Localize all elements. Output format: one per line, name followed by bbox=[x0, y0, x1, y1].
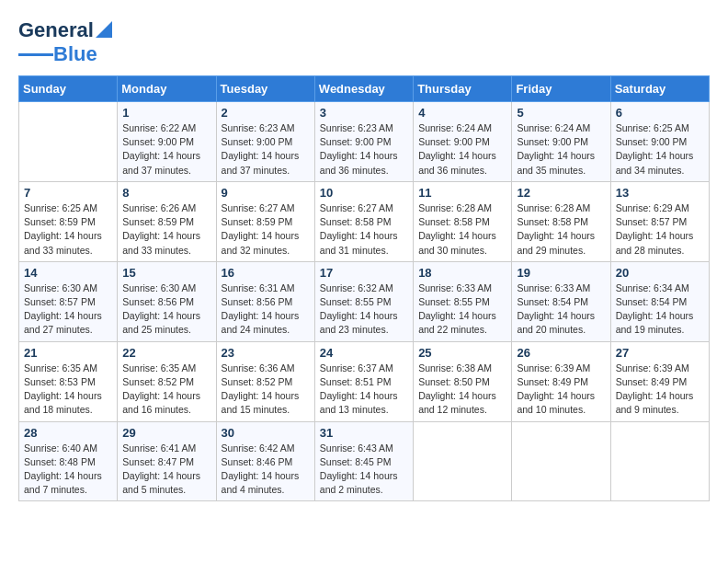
day-info: Sunrise: 6:25 AM Sunset: 8:59 PM Dayligh… bbox=[24, 201, 112, 258]
day-number: 10 bbox=[320, 186, 408, 200]
calendar-week-1: 1Sunrise: 6:22 AM Sunset: 9:00 PM Daylig… bbox=[19, 102, 710, 182]
day-info: Sunrise: 6:37 AM Sunset: 8:51 PM Dayligh… bbox=[320, 362, 408, 418]
day-info: Sunrise: 6:25 AM Sunset: 9:00 PM Dayligh… bbox=[616, 121, 704, 178]
day-info: Sunrise: 6:35 AM Sunset: 8:52 PM Dayligh… bbox=[122, 362, 210, 418]
day-number: 20 bbox=[616, 266, 704, 280]
day-number: 28 bbox=[24, 426, 112, 440]
day-number: 22 bbox=[122, 346, 210, 360]
day-info: Sunrise: 6:28 AM Sunset: 8:58 PM Dayligh… bbox=[517, 201, 605, 258]
logo-blue: Blue bbox=[53, 42, 97, 66]
day-info: Sunrise: 6:40 AM Sunset: 8:48 PM Dayligh… bbox=[24, 442, 112, 498]
calendar-cell: 12Sunrise: 6:28 AM Sunset: 8:58 PM Dayli… bbox=[512, 181, 610, 261]
day-number: 3 bbox=[320, 106, 408, 120]
day-number: 7 bbox=[24, 186, 112, 200]
calendar-cell: 3Sunrise: 6:23 AM Sunset: 9:00 PM Daylig… bbox=[314, 102, 413, 182]
svg-marker-0 bbox=[96, 21, 112, 38]
day-number: 14 bbox=[24, 266, 112, 280]
calendar-cell: 22Sunrise: 6:35 AM Sunset: 8:52 PM Dayli… bbox=[118, 341, 216, 421]
calendar-week-4: 21Sunrise: 6:35 AM Sunset: 8:53 PM Dayli… bbox=[19, 341, 710, 421]
day-number: 5 bbox=[517, 106, 605, 120]
weekday-wednesday: Wednesday bbox=[314, 76, 413, 102]
weekday-saturday: Saturday bbox=[610, 76, 709, 102]
day-number: 9 bbox=[222, 186, 310, 200]
day-number: 6 bbox=[616, 106, 704, 120]
calendar-cell bbox=[19, 102, 118, 182]
calendar-cell: 16Sunrise: 6:31 AM Sunset: 8:56 PM Dayli… bbox=[216, 261, 314, 341]
calendar-cell bbox=[414, 421, 512, 501]
day-number: 8 bbox=[122, 186, 210, 200]
calendar-cell: 21Sunrise: 6:35 AM Sunset: 8:53 PM Dayli… bbox=[19, 341, 118, 421]
day-number: 17 bbox=[320, 266, 408, 280]
calendar-cell: 24Sunrise: 6:37 AM Sunset: 8:51 PM Dayli… bbox=[314, 341, 413, 421]
calendar-week-3: 14Sunrise: 6:30 AM Sunset: 8:57 PM Dayli… bbox=[19, 261, 710, 341]
calendar-cell: 30Sunrise: 6:42 AM Sunset: 8:46 PM Dayli… bbox=[216, 421, 314, 501]
day-info: Sunrise: 6:39 AM Sunset: 8:49 PM Dayligh… bbox=[616, 362, 704, 418]
day-info: Sunrise: 6:36 AM Sunset: 8:52 PM Dayligh… bbox=[222, 362, 310, 418]
day-info: Sunrise: 6:41 AM Sunset: 8:47 PM Dayligh… bbox=[122, 442, 210, 498]
day-info: Sunrise: 6:30 AM Sunset: 8:57 PM Dayligh… bbox=[24, 282, 112, 338]
day-info: Sunrise: 6:22 AM Sunset: 9:00 PM Dayligh… bbox=[122, 121, 210, 178]
day-info: Sunrise: 6:23 AM Sunset: 9:00 PM Dayligh… bbox=[320, 121, 408, 178]
day-number: 12 bbox=[517, 186, 605, 200]
calendar-cell: 29Sunrise: 6:41 AM Sunset: 8:47 PM Dayli… bbox=[118, 421, 216, 501]
calendar-header: SundayMondayTuesdayWednesdayThursdayFrid… bbox=[19, 76, 710, 102]
day-info: Sunrise: 6:29 AM Sunset: 8:57 PM Dayligh… bbox=[616, 201, 704, 258]
day-info: Sunrise: 6:34 AM Sunset: 8:54 PM Dayligh… bbox=[616, 282, 704, 338]
day-number: 24 bbox=[320, 346, 408, 360]
calendar-cell: 27Sunrise: 6:39 AM Sunset: 8:49 PM Dayli… bbox=[610, 341, 709, 421]
logo: General Blue bbox=[18, 18, 112, 66]
day-number: 18 bbox=[418, 266, 506, 280]
weekday-sunday: Sunday bbox=[19, 76, 118, 102]
day-info: Sunrise: 6:35 AM Sunset: 8:53 PM Dayligh… bbox=[24, 362, 112, 418]
day-info: Sunrise: 6:42 AM Sunset: 8:46 PM Dayligh… bbox=[222, 442, 310, 498]
calendar-cell: 5Sunrise: 6:24 AM Sunset: 9:00 PM Daylig… bbox=[512, 102, 610, 182]
calendar-cell: 28Sunrise: 6:40 AM Sunset: 8:48 PM Dayli… bbox=[19, 421, 118, 501]
day-number: 1 bbox=[122, 106, 210, 120]
calendar-cell bbox=[610, 421, 709, 501]
day-info: Sunrise: 6:30 AM Sunset: 8:56 PM Dayligh… bbox=[122, 282, 210, 338]
calendar-cell: 18Sunrise: 6:33 AM Sunset: 8:55 PM Dayli… bbox=[414, 261, 512, 341]
day-number: 25 bbox=[418, 346, 506, 360]
calendar-cell: 7Sunrise: 6:25 AM Sunset: 8:59 PM Daylig… bbox=[19, 181, 118, 261]
day-info: Sunrise: 6:24 AM Sunset: 9:00 PM Dayligh… bbox=[418, 121, 506, 178]
calendar-cell: 19Sunrise: 6:33 AM Sunset: 8:54 PM Dayli… bbox=[512, 261, 610, 341]
day-number: 31 bbox=[320, 426, 408, 440]
day-info: Sunrise: 6:27 AM Sunset: 8:58 PM Dayligh… bbox=[320, 201, 408, 258]
weekday-friday: Friday bbox=[512, 76, 610, 102]
calendar-cell: 14Sunrise: 6:30 AM Sunset: 8:57 PM Dayli… bbox=[19, 261, 118, 341]
day-info: Sunrise: 6:33 AM Sunset: 8:55 PM Dayligh… bbox=[418, 282, 506, 338]
day-info: Sunrise: 6:27 AM Sunset: 8:59 PM Dayligh… bbox=[222, 201, 310, 258]
day-info: Sunrise: 6:32 AM Sunset: 8:55 PM Dayligh… bbox=[320, 282, 408, 338]
logo-general: General bbox=[18, 18, 94, 42]
weekday-thursday: Thursday bbox=[414, 76, 512, 102]
calendar-cell: 1Sunrise: 6:22 AM Sunset: 9:00 PM Daylig… bbox=[118, 102, 216, 182]
day-number: 19 bbox=[517, 266, 605, 280]
logo-triangle-icon bbox=[96, 21, 112, 38]
day-info: Sunrise: 6:39 AM Sunset: 8:49 PM Dayligh… bbox=[517, 362, 605, 418]
day-info: Sunrise: 6:23 AM Sunset: 9:00 PM Dayligh… bbox=[222, 121, 310, 178]
calendar-week-5: 28Sunrise: 6:40 AM Sunset: 8:48 PM Dayli… bbox=[19, 421, 710, 501]
calendar-cell: 6Sunrise: 6:25 AM Sunset: 9:00 PM Daylig… bbox=[610, 102, 709, 182]
calendar-cell: 17Sunrise: 6:32 AM Sunset: 8:55 PM Dayli… bbox=[314, 261, 413, 341]
calendar-cell: 13Sunrise: 6:29 AM Sunset: 8:57 PM Dayli… bbox=[610, 181, 709, 261]
calendar-cell: 4Sunrise: 6:24 AM Sunset: 9:00 PM Daylig… bbox=[414, 102, 512, 182]
day-info: Sunrise: 6:38 AM Sunset: 8:50 PM Dayligh… bbox=[418, 362, 506, 418]
calendar-cell: 10Sunrise: 6:27 AM Sunset: 8:58 PM Dayli… bbox=[314, 181, 413, 261]
day-number: 16 bbox=[222, 266, 310, 280]
day-number: 26 bbox=[517, 346, 605, 360]
calendar-cell: 2Sunrise: 6:23 AM Sunset: 9:00 PM Daylig… bbox=[216, 102, 314, 182]
calendar-cell: 8Sunrise: 6:26 AM Sunset: 8:59 PM Daylig… bbox=[118, 181, 216, 261]
weekday-monday: Monday bbox=[118, 76, 216, 102]
day-info: Sunrise: 6:43 AM Sunset: 8:45 PM Dayligh… bbox=[320, 442, 408, 498]
calendar-cell: 26Sunrise: 6:39 AM Sunset: 8:49 PM Dayli… bbox=[512, 341, 610, 421]
weekday-tuesday: Tuesday bbox=[216, 76, 314, 102]
day-number: 4 bbox=[418, 106, 506, 120]
day-number: 21 bbox=[24, 346, 112, 360]
day-info: Sunrise: 6:28 AM Sunset: 8:58 PM Dayligh… bbox=[418, 201, 506, 258]
calendar-cell: 11Sunrise: 6:28 AM Sunset: 8:58 PM Dayli… bbox=[414, 181, 512, 261]
calendar-cell: 20Sunrise: 6:34 AM Sunset: 8:54 PM Dayli… bbox=[610, 261, 709, 341]
calendar-body: 1Sunrise: 6:22 AM Sunset: 9:00 PM Daylig… bbox=[19, 102, 710, 501]
day-number: 29 bbox=[122, 426, 210, 440]
calendar-cell bbox=[512, 421, 610, 501]
day-number: 23 bbox=[222, 346, 310, 360]
